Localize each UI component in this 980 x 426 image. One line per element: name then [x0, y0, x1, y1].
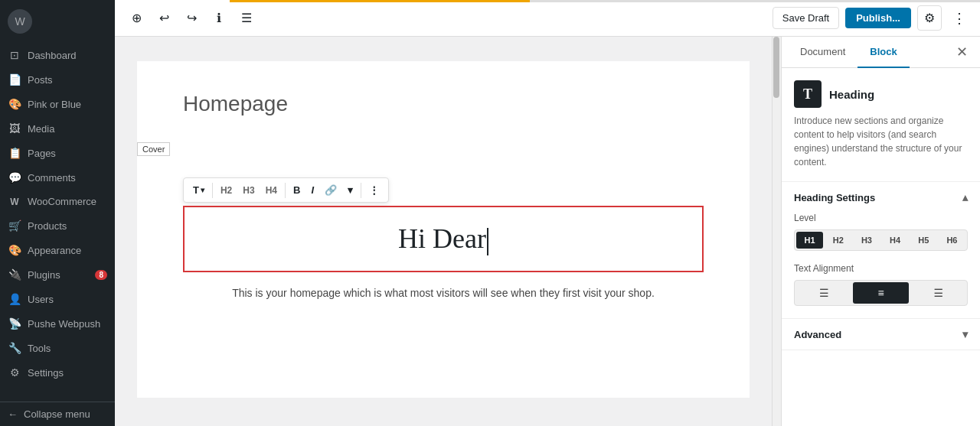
wp-logo-icon: W	[8, 9, 32, 34]
alignment-buttons: ☰ ≡ ☰	[794, 280, 968, 306]
block-name: Heading	[829, 88, 874, 101]
pink-or-blue-icon: 🎨	[8, 98, 21, 110]
editor-inner: Homepage Cover T ▾ H2 H3 H4 B I 🔗	[137, 61, 750, 398]
scroll-thumb[interactable]	[773, 37, 779, 98]
sidebar-item-media[interactable]: 🖼 Media	[0, 116, 115, 141]
align-center-button[interactable]: ≡	[853, 282, 908, 304]
sidebar-item-settings[interactable]: ⚙ Settings	[0, 360, 115, 385]
h4-button[interactable]: H4	[261, 182, 282, 199]
level-h3-button[interactable]: H3	[853, 232, 880, 249]
block-options-button[interactable]: ⋮	[364, 181, 384, 199]
heading-settings-chevron	[962, 191, 968, 203]
collapse-menu[interactable]: ← Collapse menu	[0, 402, 115, 426]
sidebar-item-label: Plugins	[28, 269, 89, 281]
heading-settings-section: Heading Settings Level H1 H2 H3 H4 H5 H6…	[782, 182, 980, 319]
publish-button[interactable]: Publish...	[845, 8, 911, 28]
h3-button[interactable]: H3	[238, 182, 259, 199]
block-info-button[interactable]: ℹ	[207, 6, 231, 31]
block-type-icon: T	[794, 80, 822, 108]
sidebar-item-label: Appearance	[28, 245, 107, 256]
redo-button[interactable]: ↪	[179, 6, 204, 31]
sidebar-item-pages[interactable]: 📋 Pages	[0, 141, 115, 165]
level-h4-button[interactable]: H4	[882, 232, 909, 249]
level-h1-button[interactable]: H1	[796, 232, 823, 249]
users-icon: 👤	[8, 293, 21, 305]
text-alignment-label: Text Alignment	[794, 263, 968, 274]
sidebar-item-label: Media	[28, 123, 107, 135]
add-block-button[interactable]: ⊕	[124, 6, 149, 31]
main-area: ⊕ ↩ ↪ ℹ ☰ Save Draft Publish... ⚙ ⋮ Home…	[115, 0, 980, 426]
link-button[interactable]: 🔗	[320, 181, 341, 199]
block-toolbar: T ▾ H2 H3 H4 B I 🔗 ▾ ⋮	[183, 177, 389, 203]
align-left-button[interactable]: ☰	[796, 282, 851, 304]
sidebar-item-label: Pushe Webpush	[28, 318, 107, 330]
sidebar-item-label: Pink or Blue	[28, 99, 107, 110]
tools-menu-button[interactable]: ☰	[234, 6, 259, 31]
heading-settings-label: Heading Settings	[794, 192, 875, 203]
content-area: Homepage Cover T ▾ H2 H3 H4 B I 🔗	[115, 37, 980, 426]
heading-block[interactable]: Hi Dear	[183, 206, 704, 272]
italic-button[interactable]: I	[306, 181, 318, 199]
advanced-section: Advanced	[782, 319, 980, 350]
right-panel: Document Block ✕ T Heading Introduce new…	[781, 37, 980, 426]
level-h6-button[interactable]: H6	[939, 232, 965, 249]
cover-label: Cover	[137, 142, 170, 156]
sidebar-item-pink-or-blue[interactable]: 🎨 Pink or Blue	[0, 92, 115, 116]
tab-block[interactable]: Block	[858, 37, 909, 68]
appearance-icon: 🎨	[8, 244, 21, 256]
toolbar-separator-2	[285, 183, 286, 198]
bold-button[interactable]: B	[289, 181, 305, 199]
pushe-icon: 📡	[8, 317, 21, 330]
dashboard-icon: ⊡	[8, 49, 21, 61]
sidebar-item-label: WooCommerce	[28, 196, 107, 207]
cover-area	[183, 132, 704, 177]
sidebar-item-comments[interactable]: 💬 Comments	[0, 165, 115, 190]
text-cursor	[487, 228, 488, 255]
comments-icon: 💬	[8, 171, 21, 184]
level-h2-button[interactable]: H2	[825, 232, 851, 249]
sidebar-item-label: Pages	[28, 148, 107, 159]
sidebar: W ⊡ Dashboard 📄 Posts 🎨 Pink or Blue 🖼 M…	[0, 0, 115, 426]
undo-button[interactable]: ↩	[152, 6, 176, 31]
heading-settings-header[interactable]: Heading Settings	[782, 182, 980, 213]
sidebar-item-pushe-webpush[interactable]: 📡 Pushe Webpush	[0, 311, 115, 336]
sidebar-item-label: Products	[28, 220, 107, 232]
panel-close-button[interactable]: ✕	[950, 41, 974, 63]
level-label: Level	[794, 213, 968, 223]
collapse-icon: ←	[8, 408, 18, 420]
page-title: Homepage	[183, 92, 704, 116]
scroll-indicator	[772, 37, 781, 426]
advanced-label: Advanced	[794, 329, 841, 340]
paragraph-type-button[interactable]: T ▾	[188, 181, 209, 199]
advanced-header[interactable]: Advanced	[782, 319, 980, 350]
toolbar-separator-3	[361, 183, 361, 198]
products-icon: 🛒	[8, 220, 21, 232]
sidebar-logo: W	[0, 0, 115, 43]
sidebar-item-label: Users	[28, 294, 107, 305]
toolbar-right: Save Draft Publish... ⚙ ⋮	[773, 5, 971, 31]
type-dropdown-arrow: ▾	[201, 186, 204, 194]
level-buttons: H1 H2 H3 H4 H5 H6	[794, 229, 968, 251]
sidebar-item-products[interactable]: 🛒 Products	[0, 213, 115, 238]
settings-icon: ⚙	[8, 366, 21, 379]
level-h5-button[interactable]: H5	[910, 232, 937, 249]
editor-canvas[interactable]: Homepage Cover T ▾ H2 H3 H4 B I 🔗	[115, 37, 772, 426]
progress-fill	[230, 0, 530, 2]
sidebar-item-appearance[interactable]: 🎨 Appearance	[0, 238, 115, 262]
plugins-icon: 🔌	[8, 268, 21, 281]
tab-document[interactable]: Document	[788, 37, 858, 68]
h2-button[interactable]: H2	[216, 182, 237, 199]
sidebar-item-posts[interactable]: 📄 Posts	[0, 67, 115, 92]
sidebar-item-woocommerce[interactable]: W WooCommerce	[0, 190, 115, 213]
align-right-button[interactable]: ☰	[910, 282, 965, 304]
sidebar-item-users[interactable]: 👤 Users	[0, 287, 115, 311]
media-icon: 🖼	[8, 122, 21, 135]
save-draft-button[interactable]: Save Draft	[773, 7, 839, 29]
settings-panel-button[interactable]: ⚙	[917, 5, 942, 31]
sidebar-item-plugins[interactable]: 🔌 Plugins 8	[0, 262, 115, 287]
more-options-button[interactable]: ⋮	[948, 7, 971, 30]
sidebar-item-dashboard[interactable]: ⊡ Dashboard	[0, 43, 115, 67]
sidebar-item-label: Comments	[28, 172, 107, 184]
sidebar-item-tools[interactable]: 🔧 Tools	[0, 336, 115, 360]
more-rich-button[interactable]: ▾	[343, 181, 358, 199]
